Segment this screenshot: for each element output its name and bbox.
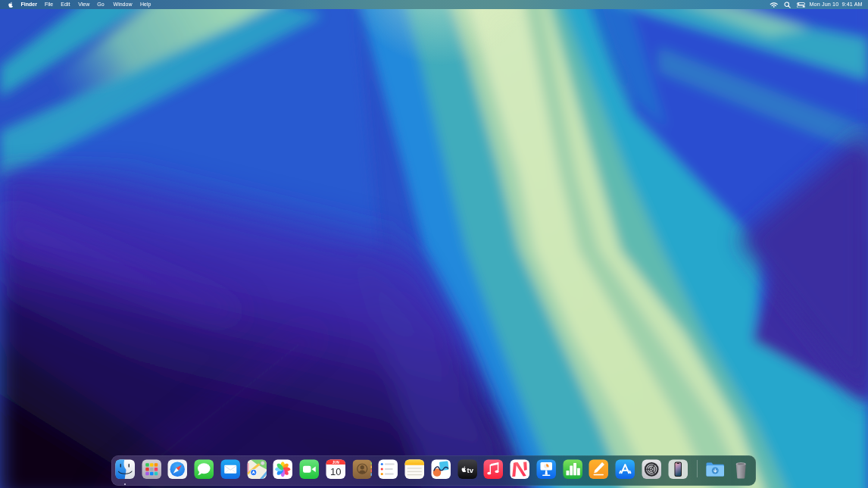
svg-text:tv: tv bbox=[467, 465, 473, 474]
svg-text:JUN: JUN bbox=[333, 460, 339, 464]
svg-text:10: 10 bbox=[330, 466, 341, 477]
